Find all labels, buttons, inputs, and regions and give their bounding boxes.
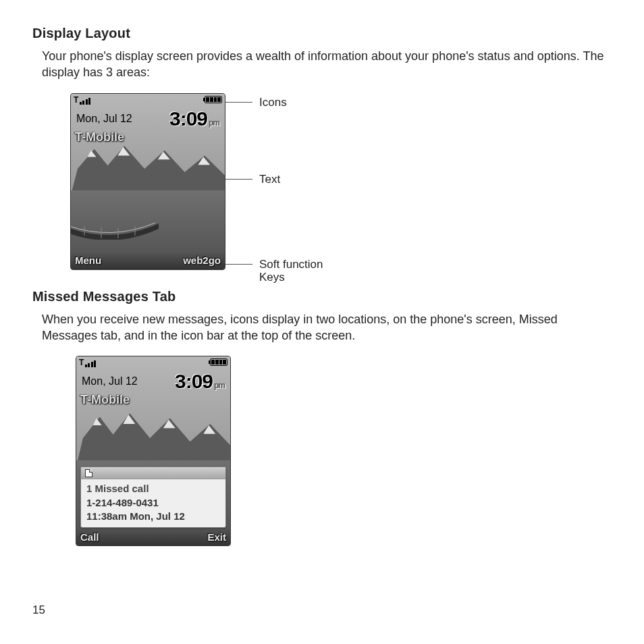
carrier-label-2: T-Mobile [80, 393, 130, 407]
status-date-2: Mon, Jul 12 [82, 375, 138, 387]
phone-screenshot-1: T Mon, Jul 12 3:09 pm T-Mobile Menu web2… [70, 93, 225, 270]
paragraph-display-layout: Your phone's display screen provides a w… [42, 48, 612, 81]
status-date: Mon, Jul 12 [76, 113, 132, 125]
notification-title: 1 Missed call [86, 482, 220, 495]
figure-display-layout: T Mon, Jul 12 3:09 pm T-Mobile Menu web2… [70, 93, 612, 270]
battery-icon [205, 96, 222, 103]
paragraph-missed-messages: When you receive new messages, icons dis… [42, 311, 612, 344]
annotation-text: Text [259, 173, 280, 186]
status-time-2: 3:09 pm [175, 370, 225, 393]
time-ampm-2: pm [214, 381, 225, 390]
notification-timestamp: 11:38am Mon, Jul 12 [86, 510, 220, 523]
status-time: 3:09 pm [169, 107, 219, 130]
heading-missed-messages: Missed Messages Tab [32, 289, 612, 304]
page-number: 15 [32, 603, 45, 617]
battery-icon-2 [210, 358, 227, 366]
phone-screenshot-2: T Mon, Jul 12 3:09 pm T-Mobile 1 Missed … [76, 356, 231, 546]
signal-icon: T [74, 95, 90, 105]
annotation-icons: Icons [259, 96, 287, 109]
softkey-right-web2go[interactable]: web2go [183, 254, 221, 266]
missed-messages-tab[interactable]: 1 Missed call 1-214-489-0431 11:38am Mon… [80, 466, 226, 528]
notification-number: 1-214-489-0431 [86, 496, 220, 510]
softkey-left-menu[interactable]: Menu [75, 254, 101, 266]
annotation-soft-function-keys: Soft function Keys [259, 258, 323, 284]
time-value-2: 3:09 [175, 370, 213, 393]
document-icon [85, 469, 92, 477]
time-value: 3:09 [169, 107, 207, 130]
figure-missed-messages: T Mon, Jul 12 3:09 pm T-Mobile 1 Missed … [76, 356, 612, 546]
notification-tab-bar [81, 467, 225, 479]
wallpaper-canoe [70, 213, 159, 240]
time-ampm: pm [209, 118, 219, 128]
svg-marker-9 [76, 413, 230, 466]
svg-marker-0 [71, 146, 225, 195]
heading-display-layout: Display Layout [32, 26, 612, 41]
softkey-left-call[interactable]: Call [80, 531, 99, 543]
carrier-label: T-Mobile [75, 130, 124, 144]
wallpaper-mountains [71, 142, 225, 195]
signal-icon-2: T [79, 358, 96, 367]
softkey-right-exit[interactable]: Exit [207, 531, 226, 543]
wallpaper-mountains-2 [76, 410, 230, 466]
